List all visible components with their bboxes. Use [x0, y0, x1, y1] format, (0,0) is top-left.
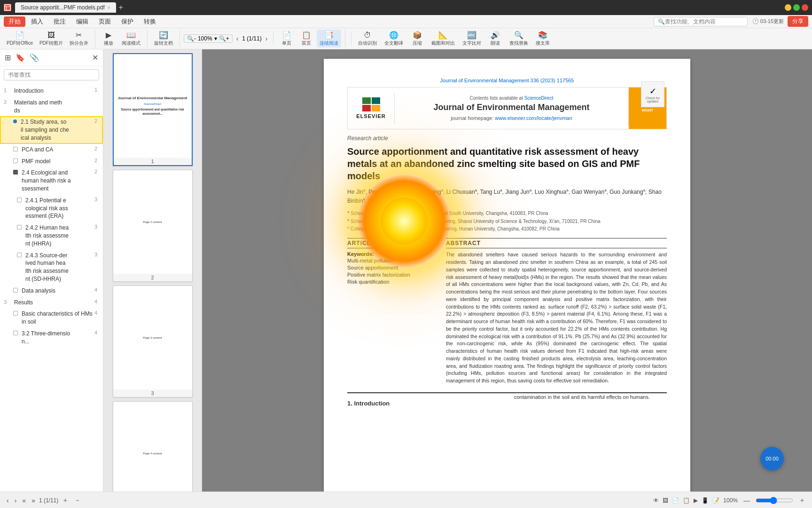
- split-merge-btn[interactable]: ✂ 拆分合并: [67, 30, 91, 47]
- toc-item-3-1[interactable]: Basic characteristics of HMs in soil 4: [0, 308, 103, 328]
- toc-item-2[interactable]: 2 Materials and methds: [0, 97, 103, 117]
- update-badge: 🕐 03-15更新: [752, 18, 784, 25]
- single-page-btn[interactable]: 📄 单页: [277, 30, 296, 47]
- toc-item-3-2[interactable]: 3.2 Three-dimension... 4: [0, 328, 103, 348]
- status-remove-page-btn[interactable]: －: [72, 495, 83, 506]
- status-add-page-btn[interactable]: ＋: [60, 495, 70, 506]
- toc-item-3[interactable]: 3 Results 4: [0, 297, 103, 309]
- status-first-btn[interactable]: «: [20, 496, 28, 505]
- menu-convert[interactable]: 转换: [139, 16, 161, 27]
- new-tab-btn[interactable]: +: [116, 3, 126, 12]
- zoom-slider[interactable]: [756, 497, 793, 504]
- search-icon: 🔍: [658, 18, 665, 25]
- auto-scroll-btn[interactable]: ⏱ 自动识别: [355, 30, 380, 47]
- compare-icon: 📐: [438, 31, 448, 40]
- text-compare-btn[interactable]: 🔤 文字比对: [460, 30, 484, 47]
- continuous-page-btn[interactable]: 📑 连续阅读: [317, 30, 341, 47]
- toc-item-2-3[interactable]: PMF model 2: [0, 156, 103, 167]
- thumb-num-1: 1: [114, 158, 192, 165]
- page-view-icon[interactable]: 📄: [672, 497, 679, 504]
- double-page-btn[interactable]: 📋 双页: [297, 30, 316, 47]
- zoom-dropdown-icon[interactable]: ▾: [214, 35, 217, 42]
- pdf-to-image-btn[interactable]: 🖼 PDF转图片: [37, 30, 66, 47]
- toc-item-2-4[interactable]: 2.4 Ecological andhuman health risk asse…: [0, 167, 103, 194]
- journal-title: Journal of Environmental Management: [402, 103, 621, 112]
- prev-page-btn[interactable]: ‹: [234, 34, 241, 43]
- continuous-icon: 📑: [324, 31, 334, 40]
- thumb-page-4[interactable]: Page 4 content 4: [113, 401, 193, 492]
- text-compare-label: 文字比对: [462, 40, 481, 47]
- translate-icon: 🌐: [389, 31, 398, 40]
- read-aloud-btn[interactable]: 🔊 朗读: [486, 30, 505, 47]
- keyword-3: Positive matrix factorization: [347, 272, 432, 278]
- active-tab[interactable]: Source apportit...PMF models.pdf ×: [15, 2, 116, 13]
- toc-item-2-1[interactable]: 2.1 Study area, soil sampling and cheica…: [0, 116, 103, 143]
- toc-item-1[interactable]: 1 Introduction 1: [0, 85, 103, 97]
- thumbnails-icon[interactable]: ⊞: [4, 52, 12, 63]
- sidebar-close-icon[interactable]: ✕: [91, 52, 99, 63]
- thumb-view-icon[interactable]: 🖼: [663, 497, 668, 504]
- double-page-label: 双页: [302, 40, 311, 47]
- status-last-btn[interactable]: »: [30, 496, 37, 505]
- compress-btn[interactable]: 📦 压缩: [408, 30, 427, 47]
- sidebar-search-input[interactable]: [4, 69, 99, 80]
- search-input[interactable]: [665, 18, 740, 25]
- article-info-title: ARTICLE INFO: [347, 238, 432, 248]
- view-icon[interactable]: 👁: [653, 497, 659, 504]
- translate-label: 全文翻译: [384, 40, 403, 47]
- toc-item-2-4-1[interactable]: 2.4.1 Potential ecological risk assessme…: [0, 195, 103, 222]
- intro-right-text: contamination in the soil and its harmfu…: [514, 393, 667, 401]
- thumb-page-1[interactable]: Journal of Environmental Management Scie…: [113, 53, 193, 166]
- status-prev-btn[interactable]: ‹: [5, 496, 11, 505]
- pdf-to-office-btn[interactable]: 📄 PDF转Office: [4, 30, 36, 47]
- double-view-icon[interactable]: 📋: [683, 497, 690, 504]
- zoom-in-btn[interactable]: 🔍+: [219, 35, 229, 42]
- zoom-out-btn[interactable]: 🔍-: [187, 35, 196, 42]
- share-button[interactable]: 分享: [788, 16, 808, 27]
- translate-btn[interactable]: 🌐 全文翻译: [382, 30, 406, 47]
- tab-close-btn[interactable]: ×: [108, 5, 110, 10]
- maximize-btn[interactable]: [793, 4, 800, 11]
- play-view-icon[interactable]: ▶: [694, 497, 698, 504]
- annotations-icon[interactable]: 📎: [29, 52, 40, 63]
- rotate-icon: 🔄: [159, 31, 168, 40]
- toc-item-2-4-3[interactable]: 2.4.3 Source-derived human health risk a…: [0, 250, 103, 285]
- compress-label: 压缩: [413, 40, 422, 47]
- status-next-btn[interactable]: ›: [13, 496, 19, 505]
- logo-box-1: [362, 97, 371, 104]
- close-btn[interactable]: [802, 4, 808, 11]
- menu-annotate[interactable]: 批注: [49, 16, 70, 27]
- zoom-in-status-btn[interactable]: ＋: [797, 495, 807, 506]
- auto-scroll-icon: ⏱: [364, 31, 371, 40]
- zoom-out-status-btn[interactable]: —: [742, 496, 752, 505]
- menu-start[interactable]: 开始: [4, 16, 25, 27]
- minimize-btn[interactable]: [785, 4, 791, 11]
- toc-item-2-4-2[interactable]: 2.4.2 Human health risk assessment (HHRA…: [0, 222, 103, 249]
- rotate-label: 旋转文档: [154, 40, 173, 47]
- menu-page[interactable]: 页面: [94, 16, 116, 27]
- annotate-icon[interactable]: 📝: [712, 497, 719, 504]
- thumb-page-2[interactable]: Page 2 content 2: [113, 170, 193, 282]
- next-page-btn[interactable]: ›: [264, 34, 270, 43]
- split-label: 拆分合并: [70, 40, 88, 47]
- thumb-page-3[interactable]: Page 3 content 3: [113, 286, 193, 397]
- read-mode-btn[interactable]: 📖 阅读模式: [119, 30, 143, 47]
- menu-edit[interactable]: 编辑: [71, 16, 93, 27]
- play-btn[interactable]: ▶ 播放: [99, 30, 118, 47]
- search-box[interactable]: 🔍: [654, 17, 748, 26]
- rotate-btn[interactable]: 🔄 旋转文档: [151, 30, 176, 47]
- sidebar-search[interactable]: [4, 69, 99, 80]
- mobile-icon[interactable]: 📱: [702, 497, 709, 504]
- menu-insert[interactable]: 插入: [26, 16, 48, 27]
- compare-btn[interactable]: 📐 截图和对比: [429, 30, 458, 47]
- authors: He Jina, Peng Zhihonga, Zeng Jiaqinga, L…: [347, 188, 667, 206]
- toc-item-2-2[interactable]: PCA and CA 2: [0, 144, 103, 156]
- library-btn[interactable]: 📚 搜文库: [533, 30, 553, 47]
- pdf-area[interactable]: ✓ Check forupdates Journal of Environmen…: [202, 49, 812, 492]
- toc-item-2-5[interactable]: Data analysis 4: [0, 285, 103, 297]
- pdf-image-icon: 🖼: [47, 31, 55, 40]
- find-replace-btn[interactable]: 🔍 查找替换: [507, 30, 531, 47]
- float-timer-btn[interactable]: 00:00: [760, 447, 784, 470]
- bookmarks-icon[interactable]: 🔖: [15, 52, 26, 63]
- menu-protect[interactable]: 保护: [117, 16, 138, 27]
